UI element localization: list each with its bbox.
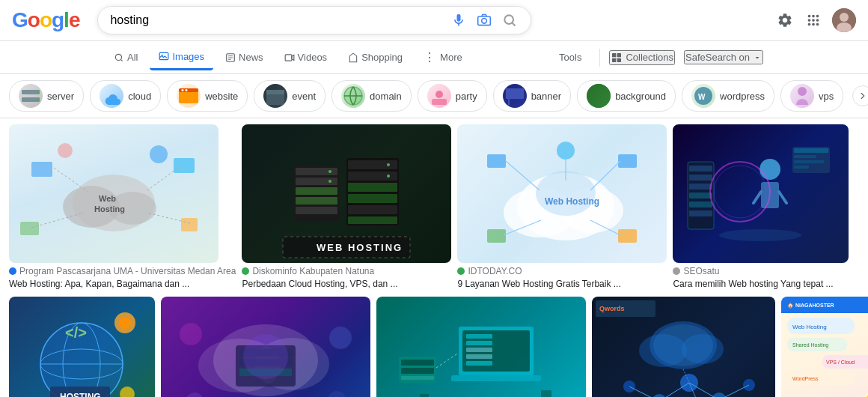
result-image-4 (673, 124, 849, 263)
svg-point-48 (150, 145, 168, 163)
nav-item-images[interactable]: Images (150, 45, 213, 70)
svg-point-5 (840, 13, 849, 22)
svg-rect-33 (506, 88, 524, 99)
chip-domain-label: domain (370, 91, 402, 102)
nav-item-more[interactable]: ⋮ More (415, 44, 471, 70)
result-card-1[interactable]: Web Hosting Progra (9, 124, 236, 291)
result-card-9[interactable]: 🏠 NIAGAHOSTER Web Hosting Shared Hosting… (781, 297, 868, 397)
source-name-4: SEOsatu (683, 266, 719, 276)
svg-line-3 (513, 23, 516, 26)
svg-rect-63 (348, 183, 397, 192)
nav-item-all[interactable]: All (105, 46, 147, 69)
svg-point-107 (714, 166, 766, 218)
search-button[interactable] (501, 11, 519, 29)
chip-cloud[interactable]: cloud (90, 80, 161, 112)
nav-item-shopping[interactable]: Shopping (339, 46, 412, 69)
chip-vps-label: vps (819, 91, 834, 102)
svg-text:Hosting: Hosting (94, 204, 125, 213)
header: Google (0, 0, 868, 41)
svg-text:WEB HOSTING: WEB HOSTING (317, 242, 403, 253)
result-card-6[interactable]: Cloud Disruptors (161, 297, 370, 397)
svg-rect-15 (285, 54, 292, 60)
svg-point-131 (186, 393, 204, 397)
svg-point-38 (798, 87, 807, 96)
svg-rect-91 (689, 175, 712, 181)
svg-rect-44 (31, 162, 52, 177)
svg-point-160 (712, 393, 727, 397)
svg-point-2 (505, 15, 514, 24)
chips-next-arrow[interactable] (852, 85, 868, 106)
svg-text:Qwords: Qwords (599, 305, 625, 312)
svg-rect-138 (466, 354, 492, 359)
settings-icon[interactable] (775, 10, 795, 30)
result-card-2[interactable]: WEB HOSTING Diskominfo Kabupaten Natuna … (242, 124, 451, 291)
svg-rect-143 (401, 368, 434, 374)
svg-rect-46 (20, 222, 39, 235)
svg-rect-35 (587, 84, 611, 108)
svg-point-70 (387, 175, 390, 178)
svg-point-181 (859, 393, 868, 397)
chip-wordpress[interactable]: W wordpress (682, 80, 774, 112)
chip-party-label: party (456, 91, 477, 102)
svg-rect-20 (22, 90, 40, 94)
nav-item-news[interactable]: News (216, 46, 272, 69)
microphone-icon[interactable] (450, 11, 468, 29)
google-logo[interactable]: Google (12, 8, 79, 32)
svg-rect-140 (451, 375, 541, 381)
result-source-3: IDTODAY.CO (457, 266, 667, 276)
chip-cloud-label: cloud (128, 91, 151, 102)
chip-banner[interactable]: banner (493, 80, 571, 112)
chip-domain[interactable]: domain (331, 80, 412, 112)
svg-rect-47 (181, 218, 198, 231)
chip-party[interactable]: party (418, 80, 487, 112)
tools-button[interactable]: Tools (550, 46, 590, 69)
result-image-8: Qwords (592, 297, 775, 397)
results-section: Web Hosting Progra (0, 118, 868, 397)
search-input[interactable] (110, 13, 444, 27)
svg-line-100 (779, 192, 786, 203)
result-card-3[interactable]: Web Hosting IDTODAY.CO (457, 124, 667, 291)
user-avatar[interactable] (832, 8, 856, 32)
svg-text:Shared Hosting: Shared Hosting (792, 342, 828, 348)
result-image-6 (161, 297, 370, 397)
svg-rect-66 (348, 216, 397, 224)
header-right (775, 8, 856, 32)
svg-text:Web Hosting: Web Hosting (545, 196, 599, 207)
result-card-5[interactable]: </> HOSTING Jatim TIMES (9, 297, 155, 397)
svg-point-115 (119, 317, 131, 329)
svg-rect-102 (794, 148, 828, 153)
svg-rect-147 (420, 394, 429, 397)
svg-point-69 (387, 163, 390, 166)
results-row-2: </> HOSTING Jatim TIMES (9, 297, 859, 397)
source-name-2: Diskominfo Kabupaten Natuna (252, 266, 374, 276)
chip-server-label: server (47, 91, 74, 102)
safesearch-button[interactable]: SafeSearch on (684, 50, 763, 64)
nav-label-all: All (127, 52, 138, 63)
svg-point-97 (760, 159, 780, 180)
collections-button[interactable]: Collections (609, 50, 675, 65)
chip-background[interactable]: background (577, 80, 676, 112)
chip-vps[interactable]: vps (780, 80, 843, 112)
result-card-4[interactable]: SEOsatu Cara memilih Web hosting Yang te… (673, 124, 849, 291)
svg-point-129 (180, 323, 202, 345)
result-card-8[interactable]: Qwords (592, 297, 775, 397)
chip-server[interactable]: server (9, 80, 84, 112)
svg-line-51 (147, 166, 181, 190)
result-image-9: 🏠 NIAGAHOSTER Web Hosting Shared Hosting… (781, 297, 868, 397)
apps-icon[interactable] (804, 10, 823, 30)
svg-rect-136 (466, 341, 492, 345)
chip-event[interactable]: event (254, 80, 326, 112)
svg-point-22 (37, 91, 40, 94)
svg-rect-18 (612, 58, 616, 61)
chip-banner-label: banner (531, 91, 561, 102)
nav-label-shopping: Shopping (361, 52, 403, 63)
result-card-7[interactable]: Sevima - Universitas Muhammadiyah ... (376, 297, 586, 397)
navigation-bar: All Images News Videos Shopping ⋮ More T… (0, 41, 868, 74)
svg-rect-137 (466, 348, 492, 352)
source-dot-2 (242, 267, 249, 275)
chip-website[interactable]: website (167, 80, 248, 112)
nav-item-videos[interactable]: Videos (275, 46, 337, 69)
source-dot-4 (673, 267, 680, 275)
svg-rect-45 (174, 158, 195, 173)
camera-icon[interactable] (475, 11, 493, 29)
